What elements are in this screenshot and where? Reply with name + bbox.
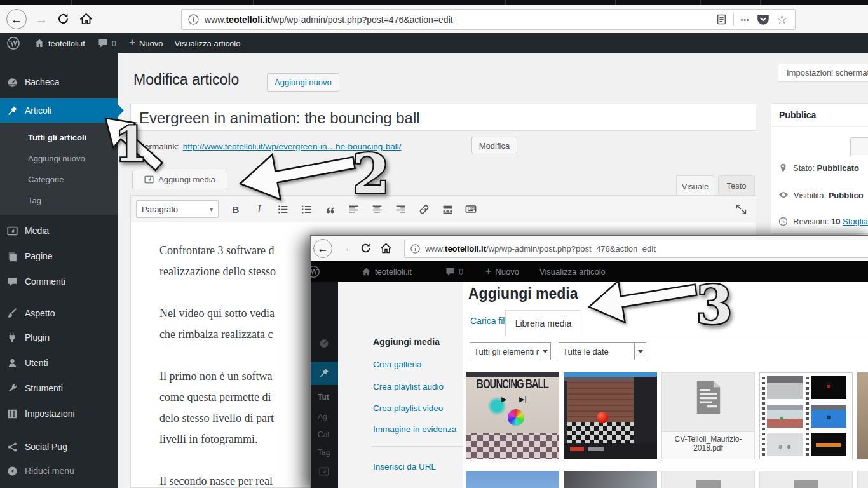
adminbar-comments[interactable]: 0 [98,33,116,53]
preview-changes-button-fragment[interactable] [850,137,868,156]
pushpin-icon [319,368,329,378]
filter-media-type-select[interactable]: Tutti gli elementi me [470,342,551,360]
reload-icon[interactable] [360,243,371,254]
wordpress-logo-icon [310,265,320,278]
tab-text[interactable]: Testo [718,175,755,196]
italic-button[interactable]: I [250,200,269,218]
adminbar-view-post: Visualizza articolo [539,261,606,282]
media-icon [319,466,329,477]
plus-icon: + [129,36,135,49]
back-button[interactable]: ← [6,9,27,29]
media-item-document[interactable] [857,471,868,488]
browse-revisions-link[interactable]: Sfoglia [843,217,868,226]
media-item-3d-software[interactable] [564,372,657,459]
wordpress-logo-icon[interactable] [6,36,20,50]
toolbar-toggle-button[interactable] [461,200,480,218]
add-media-button[interactable]: Aggiungi media [132,170,227,189]
blockquote-button[interactable] [320,200,339,218]
modal-menu-create-audio-playlist[interactable]: Crea playlist audio [373,382,444,391]
modal-menu-insert-from-url[interactable]: Inserisci da URL [373,462,436,471]
sidebar-item-aggiungi-nuovo[interactable]: Aggiungi nuovo [0,148,118,169]
sidebar-item-articoli[interactable]: Articoli [0,98,118,123]
articoli-submenu: Tutti gli articoli Aggiungi nuovo Catego… [0,123,118,215]
numbered-list-button[interactable] [297,200,316,218]
pushpin-icon [7,105,18,116]
modal-menu-create-gallery[interactable]: Crea galleria [373,360,422,369]
thumb-title-text: BOUNCING BALL [466,376,559,391]
bullet-list-button[interactable] [273,200,292,218]
sidebar-item-impostazioni[interactable]: Impostazioni [0,402,118,425]
dimmed-menu-label: Ag [318,412,327,421]
adminbar-new-item[interactable]: + Nuovo [129,33,163,53]
bold-button[interactable]: B [226,200,245,218]
permalink-row: Permalink: http://www.teotelloli.it/wp/e… [139,137,401,155]
brush-icon [7,308,18,319]
sidebar-item-strumenti[interactable]: Strumenti [0,377,118,400]
thumb-decoration [767,376,803,399]
modal-menu-featured-image[interactable]: Immagine in evidenza [373,424,456,434]
tab-visual[interactable]: Visuale [676,175,714,196]
thumb-decoration [570,447,584,451]
media-item-pdf[interactable]: CV-Telloli_Maurizio-2018.pdf [661,372,755,459]
back-button[interactable]: ← [313,239,332,258]
fullscreen-button[interactable] [731,200,750,218]
modal-menu-add-media[interactable]: Aggiungi media [373,337,440,347]
modal-menu-create-video-playlist[interactable]: Crea playlist video [373,403,443,413]
url-bar[interactable]: www.teotelloli.it/wp/wp-admin/post.php?p… [181,9,796,30]
sidebar-item-social-pug[interactable]: Social Pug [0,435,118,458]
permalink-link[interactable]: http://www.teotelloli.it/wp/evergreen-in… [183,142,402,151]
pocket-icon[interactable] [756,13,770,27]
sidebar-item-tutti-gli-articoli[interactable]: Tutti gli articoli [0,127,118,148]
dimmed-menu-label: Tag [318,448,330,457]
filter-date-select[interactable]: Tutte le date [559,342,646,360]
home-icon[interactable] [80,13,92,25]
reload-icon[interactable] [57,13,69,25]
pages-icon [7,251,18,262]
site-info-icon[interactable] [188,14,199,25]
thumb-decoration [508,409,524,426]
sidebar-item-commenti[interactable]: Commenti [0,270,118,293]
media-item-photo[interactable] [466,471,559,488]
media-item-document[interactable] [759,471,853,488]
read-more-tag-button[interactable] [438,200,457,218]
reader-view-icon[interactable] [716,14,727,25]
home-icon[interactable] [381,243,391,254]
format-dropdown[interactable]: Paragrafo ▾ [136,200,219,218]
sidebar-item-categorie[interactable]: Categorie [0,169,118,190]
sidebar-item-plugin[interactable]: Plugin [0,326,118,349]
forward-icon[interactable]: → [340,243,351,254]
sidebar-item-aspetto[interactable]: Aspetto [0,302,118,325]
align-center-button[interactable] [367,200,386,218]
insert-link-button[interactable] [414,200,433,218]
sidebar-item-tag[interactable]: Tag [0,190,118,211]
adminbar-view-post[interactable]: Visualizza articolo [175,33,241,53]
tab-upload-files[interactable]: Carica file [470,316,510,326]
align-right-button[interactable] [391,200,410,218]
thumb-decoration [696,480,721,488]
eye-icon [778,190,789,200]
tab-media-library[interactable]: Libreria media [505,310,581,336]
sidebar-item-bacheca[interactable]: Bacheca [0,71,118,93]
page-actions-icon[interactable]: ••• [740,16,750,24]
post-title-input[interactable]: Evergreen in animation: the bouncing bal… [130,104,756,131]
media-item-photo[interactable] [857,372,868,459]
bookmark-star-icon[interactable]: ☆ [776,12,787,27]
media-item-bouncing-ball[interactable]: BOUNCING BALL ▶ ▶| [466,372,559,459]
media-item-contact-sheet[interactable] [759,372,853,459]
settings-sliders-icon [7,409,18,419]
screen-options-tab[interactable]: Impostazioni schermata [778,64,868,82]
tab-separator [700,0,701,5]
sidebar-item-media[interactable]: Media [0,219,118,242]
sidebar-item-utenti[interactable]: Utenti [0,351,118,374]
edit-permalink-button[interactable]: Modifica [471,137,517,154]
user-icon [7,358,18,369]
url-bar[interactable]: www.teotelloli.it/wp/wp-admin/post.php?p… [404,240,868,258]
sidebar-collapse-menu[interactable]: Riduci menu [0,459,118,482]
align-left-button[interactable] [344,200,363,218]
add-new-button[interactable]: Aggiungi nuovo [267,73,339,92]
forward-icon[interactable]: → [36,13,48,25]
media-item-photo[interactable] [564,471,657,488]
sidebar-item-pagine[interactable]: Pagine [0,245,118,268]
media-item-document[interactable] [661,471,755,488]
adminbar-site-link[interactable]: teotelloli.it [34,33,85,53]
